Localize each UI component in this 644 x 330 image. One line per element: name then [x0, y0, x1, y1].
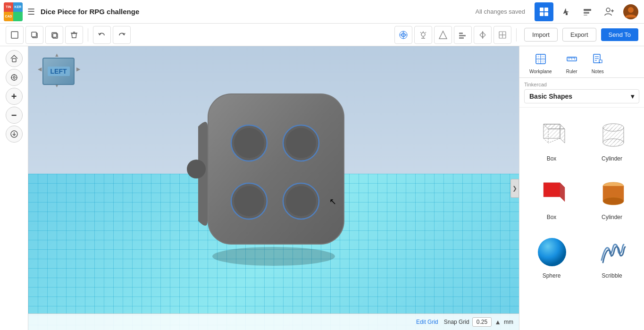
download-button[interactable] [6, 126, 23, 143]
tinkercad-logo[interactable]: TIN KER CAD [4, 2, 23, 21]
dice-3d-model [184, 79, 363, 268]
cube-up-arrow[interactable]: ▲ [54, 52, 59, 58]
viewport[interactable]: ▲ ◀ ▶ ▼ LEFT [28, 46, 519, 330]
ruler-icon [566, 53, 577, 67]
save-status: All changes saved [475, 8, 525, 15]
collapse-panel-button[interactable]: ❯ [510, 179, 519, 198]
svg-point-51 [234, 128, 264, 158]
shape-scribble[interactable]: Scribble [584, 228, 640, 283]
svg-point-47 [212, 247, 335, 266]
svg-marker-33 [480, 32, 483, 38]
light-button[interactable] [414, 26, 432, 44]
shape-box-wireframe-label: Box [547, 155, 557, 162]
shape-sphere-blue-label: Sphere [543, 272, 561, 279]
svg-line-84 [548, 138, 560, 143]
shapes-grid: Box [519, 108, 644, 330]
target-button[interactable] [6, 69, 23, 86]
tab-workplane[interactable]: Workplane [523, 50, 558, 77]
cube-left-arrow[interactable]: ◀ [38, 66, 42, 72]
logo-q2: KER [13, 2, 23, 12]
toolbar: Import Export Send To [0, 24, 644, 46]
logo-q3: CAD [4, 12, 13, 21]
svg-point-8 [606, 8, 610, 12]
main-area: + − ▲ ◀ ▶ ▼ LEFT [0, 46, 644, 330]
logo-q4 [13, 12, 23, 21]
duplicate-button[interactable] [45, 26, 63, 44]
nav-right-buttons [535, 2, 640, 21]
export-button[interactable]: Export [562, 28, 596, 42]
add-user-button[interactable] [600, 2, 619, 21]
send-to-button[interactable]: Send To [601, 28, 638, 41]
svg-point-24 [421, 33, 425, 36]
3d-editor-button[interactable] [535, 2, 553, 21]
navbar: TIN KER CAD ☰ Dice Piece for RPG challen… [0, 0, 644, 24]
shape-box-wireframe[interactable]: Box [523, 111, 580, 166]
pickplace-button[interactable] [556, 2, 575, 21]
grid-button[interactable] [493, 26, 511, 44]
tab-notes[interactable]: Notes [585, 50, 610, 77]
shape-button[interactable] [434, 26, 452, 44]
box-wireframe-image [533, 116, 570, 153]
svg-rect-38 [12, 59, 16, 62]
mirror-button[interactable] [474, 26, 492, 44]
svg-rect-2 [540, 12, 544, 16]
left-panel: + − [0, 46, 28, 330]
snap-grid-value[interactable]: 0.25 [472, 317, 492, 327]
svg-marker-93 [544, 183, 560, 197]
svg-marker-92 [560, 183, 565, 202]
svg-line-26 [420, 32, 421, 33]
separator-1 [88, 28, 88, 42]
profile-avatar[interactable] [621, 2, 640, 21]
svg-point-40 [13, 76, 15, 78]
undo-button[interactable] [93, 26, 111, 44]
separator-2 [516, 28, 517, 42]
snap-grid-unit: mm [504, 319, 513, 325]
right-panel: Workplane Ruler [519, 46, 644, 330]
svg-rect-6 [584, 12, 589, 14]
copy-button[interactable] [25, 26, 43, 44]
new-button[interactable] [6, 26, 24, 44]
status-bar: Edit Grid Snap Grid 0.25 ▲ mm [28, 313, 519, 330]
svg-point-53 [286, 128, 316, 158]
svg-rect-5 [584, 9, 591, 11]
right-panel-tabs: Workplane Ruler [519, 46, 644, 78]
svg-marker-78 [560, 124, 565, 143]
align-button[interactable] [454, 26, 472, 44]
dropdown-chevron: ▾ [631, 93, 634, 100]
svg-rect-13 [11, 32, 18, 38]
navigation-cube[interactable]: ▲ ◀ ▶ ▼ LEFT [38, 52, 80, 104]
zoom-in-button[interactable]: + [6, 88, 23, 105]
snap-grid-arrow[interactable]: ▲ [494, 318, 501, 326]
project-title: Dice Piece for RPG challenge [41, 8, 475, 16]
cube-face-left[interactable]: LEFT [42, 58, 75, 85]
shape-cylinder-orange[interactable]: Cylinder [584, 170, 640, 225]
viewport-view-button[interactable] [394, 26, 412, 44]
shape-cylinder-wireframe[interactable]: Cylinder [584, 111, 640, 166]
svg-line-83 [544, 138, 548, 143]
svg-point-55 [234, 186, 264, 216]
delete-button[interactable] [65, 26, 83, 44]
workplane-icon [535, 53, 546, 67]
edit-grid-label[interactable]: Edit Grid [416, 319, 438, 325]
sphere-blue-image [533, 233, 570, 271]
tinkercad-label: Tinkercad [524, 82, 639, 87]
zoom-out-button[interactable]: − [6, 107, 23, 124]
import-button[interactable]: Import [524, 28, 558, 42]
shape-scribble-label: Scribble [602, 272, 622, 279]
svg-marker-79 [544, 124, 560, 138]
cube-right-arrow[interactable]: ▶ [76, 66, 80, 72]
svg-line-27 [426, 32, 427, 33]
category-dropdown[interactable]: Basic Shapes ▾ [524, 89, 639, 103]
menu-button[interactable]: ☰ [27, 7, 35, 17]
redo-button[interactable] [113, 26, 131, 44]
cylinder-wireframe-image [593, 116, 631, 153]
shape-box-red[interactable]: Box [523, 170, 580, 225]
shape-sphere-blue[interactable]: Sphere [523, 228, 580, 283]
scribble-image [593, 233, 631, 271]
tinkercad-section: Tinkercad Basic Shapes ▾ [519, 78, 644, 108]
svg-point-99 [538, 238, 566, 266]
home-view-button[interactable] [6, 50, 23, 67]
tab-ruler[interactable]: Ruler [560, 50, 584, 77]
snap-grid-area: Snap Grid 0.25 ▲ mm [444, 317, 513, 327]
codeblocks-button[interactable] [578, 2, 597, 21]
